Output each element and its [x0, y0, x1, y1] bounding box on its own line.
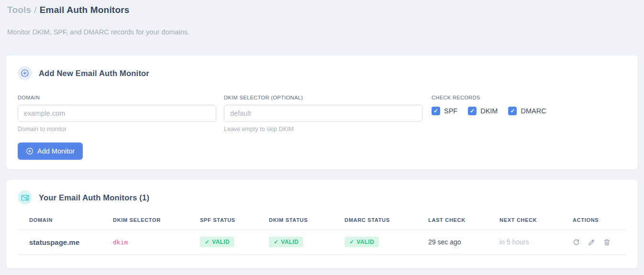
breadcrumb-tools-link[interactable]: Tools	[7, 5, 31, 15]
monitors-table: DOMAIN DKIM SELECTOR SPF STATUS DKIM STA…	[18, 211, 626, 255]
table-header-row: DOMAIN DKIM SELECTOR SPF STATUS DKIM STA…	[18, 211, 626, 230]
domain-input[interactable]	[18, 105, 216, 122]
dkim-selector-input[interactable]	[224, 105, 422, 122]
spf-checkbox-item[interactable]: ✓ SPF	[432, 107, 457, 115]
monitor-actions-cell	[561, 230, 626, 255]
monitor-next-check: in 5 hours	[488, 230, 561, 255]
dmarc-checkbox[interactable]: ✓	[508, 107, 517, 115]
dmarc-status-badge: ✓VALID	[344, 237, 379, 247]
page-title: Email Auth Monitors	[40, 5, 130, 15]
column-header-dmarc-status: DMARC STATUS	[333, 211, 417, 230]
dkim-checkbox-item[interactable]: ✓ DKIM	[468, 107, 498, 115]
column-header-last-check: LAST CHECK	[417, 211, 488, 230]
dkim-selector-field-group: DKIM SELECTOR (OPTIONAL) Leave empty to …	[224, 95, 422, 132]
delete-button[interactable]	[603, 239, 611, 246]
check-icon: ✓	[349, 239, 354, 245]
monitor-dkim-selector: dkim	[101, 230, 189, 255]
refresh-icon	[573, 239, 580, 246]
pencil-icon	[588, 239, 595, 246]
dmarc-checkbox-label: DMARC	[521, 107, 546, 115]
spf-checkbox[interactable]: ✓	[432, 107, 440, 115]
check-records-label: CHECK RECORDS	[432, 95, 546, 100]
plus-circle-icon	[26, 147, 33, 155]
dmarc-checkbox-item[interactable]: ✓ DMARC	[508, 107, 546, 115]
dkim-selector-help-text: Leave empty to skip DKIM	[224, 126, 422, 132]
add-monitor-card-header: Add New Email Auth Monitor	[18, 66, 626, 80]
domain-field-group: DOMAIN Domain to monitor	[18, 95, 216, 132]
monitor-last-check: 29 sec ago	[417, 230, 488, 255]
spf-status-cell: ✓VALID	[189, 230, 257, 255]
page-header: Tools/Email Auth Monitors Monitor DKIM, …	[6, 0, 638, 36]
check-icon: ✓	[205, 239, 210, 245]
dmarc-status-cell: ✓VALID	[333, 230, 417, 255]
add-monitor-card-title: Add New Email Auth Monitor	[39, 69, 149, 78]
check-icon: ✓	[274, 239, 278, 245]
page-subtitle: Monitor DKIM, SPF, and DMARC records for…	[7, 28, 637, 36]
plus-circle-icon	[18, 66, 32, 80]
check-records-row: ✓ SPF ✓ DKIM ✓ DMARC	[432, 107, 546, 115]
column-header-actions: ACTIONS	[561, 211, 626, 230]
dkim-status-cell: ✓VALID	[257, 230, 333, 255]
monitors-card-header: Your Email Auth Monitors (1)	[18, 190, 626, 205]
domain-label: DOMAIN	[18, 95, 216, 100]
trash-icon	[603, 239, 611, 246]
dkim-checkbox-label: DKIM	[480, 107, 498, 115]
breadcrumb-separator: /	[34, 5, 36, 15]
breadcrumb: Tools/Email Auth Monitors	[7, 5, 637, 15]
dkim-status-badge: ✓VALID	[269, 237, 303, 247]
spf-status-badge: ✓VALID	[200, 237, 234, 247]
refresh-button[interactable]	[573, 239, 580, 246]
edit-button[interactable]	[588, 239, 595, 246]
column-header-next-check: NEXT CHECK	[488, 211, 561, 230]
spf-checkbox-label: SPF	[444, 107, 457, 115]
monitor-domain: statuspage.me	[18, 230, 101, 255]
monitors-card-title: Your Email Auth Monitors (1)	[39, 193, 149, 202]
column-header-dkim-selector: DKIM SELECTOR	[101, 211, 189, 230]
column-header-domain: DOMAIN	[18, 211, 101, 230]
dkim-checkbox[interactable]: ✓	[468, 107, 477, 115]
monitors-list-card: Your Email Auth Monitors (1) DOMAIN DKIM…	[6, 180, 638, 268]
add-monitor-card: Add New Email Auth Monitor DOMAIN Domain…	[6, 55, 638, 169]
dkim-selector-label: DKIM SELECTOR (OPTIONAL)	[224, 95, 422, 100]
domain-help-text: Domain to monitor	[18, 126, 216, 132]
column-header-spf-status: SPF STATUS	[189, 211, 257, 230]
add-monitor-button-label: Add Monitor	[37, 147, 75, 155]
email-auth-monitors-page: Tools/Email Auth Monitors Monitor DKIM, …	[0, 0, 644, 268]
add-monitor-button[interactable]: Add Monitor	[18, 143, 83, 160]
check-records-group: CHECK RECORDS ✓ SPF ✓ DKIM ✓ DMARC	[432, 95, 546, 132]
email-check-icon	[18, 190, 32, 205]
column-header-dkim-status: DKIM STATUS	[257, 211, 333, 230]
add-monitor-form: DOMAIN Domain to monitor DKIM SELECTOR (…	[18, 95, 626, 132]
monitor-table-row: statuspage.me dkim ✓VALID ✓VALID ✓VALID …	[18, 230, 626, 255]
